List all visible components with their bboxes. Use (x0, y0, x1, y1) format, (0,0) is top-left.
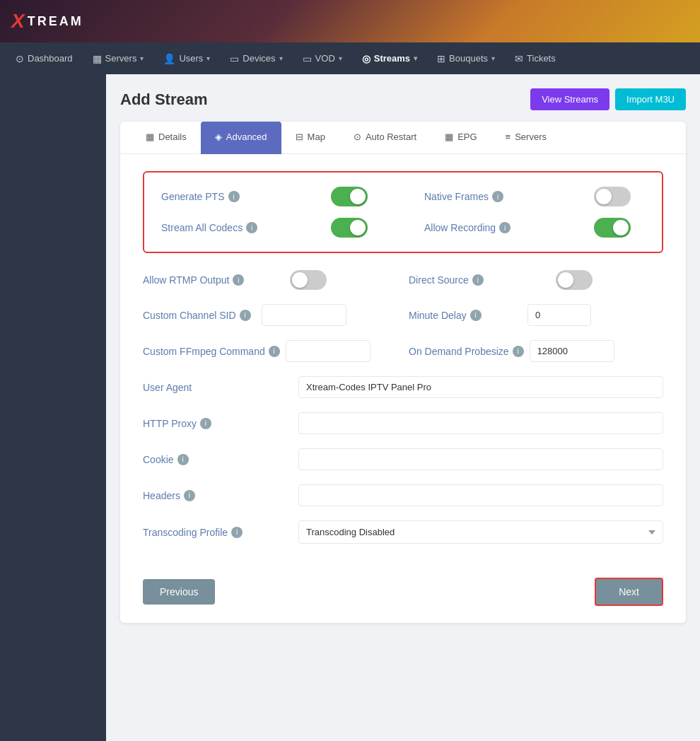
direct-source-label: Direct Source i (409, 274, 522, 286)
on-demand-probesize-label: On Demand Probesize i (409, 346, 524, 357)
toggle-row-pts-native: Generate PTS i Native Frames i (161, 187, 645, 206)
tab-epg[interactable]: ▦ EPG (431, 122, 491, 154)
native-frames-toggle[interactable] (594, 187, 631, 206)
navbar: ⊙ Dashboard ▦ Servers ▾ 👤 Users ▾ ▭ Devi… (0, 42, 700, 74)
auto-restart-tab-icon: ⊙ (354, 132, 361, 142)
headers-info-icon[interactable]: i (184, 490, 195, 501)
transcoding-profile-info-icon[interactable]: i (231, 527, 243, 538)
custom-ffmpeg-label: Custom FFmpeg Command i (143, 346, 280, 357)
stream-all-codecs-label: Stream All Codecs i (161, 222, 303, 233)
servers-icon: ▦ (93, 53, 102, 64)
stream-all-codecs-toggle[interactable] (331, 218, 368, 238)
minute-delay-input[interactable] (527, 304, 591, 326)
allow-recording-toggle[interactable] (594, 218, 631, 238)
stream-all-codecs-info-icon[interactable]: i (246, 222, 257, 233)
custom-ffmpeg-info-icon[interactable]: i (269, 346, 280, 357)
user-agent-row: User Agent (143, 376, 663, 398)
chevron-down-icon: ▾ (206, 54, 210, 62)
http-proxy-row: HTTP Proxy i (143, 412, 663, 434)
native-frames-info-icon[interactable]: i (492, 191, 503, 202)
import-m3u-button[interactable]: Import M3U (615, 88, 686, 110)
nav-devices[interactable]: ▭ Devices ▾ (221, 49, 291, 69)
user-agent-label: User Agent (143, 382, 298, 393)
streams-icon: ◎ (362, 53, 371, 64)
bouquets-icon: ⊞ (437, 53, 445, 64)
cookie-row: Cookie i (143, 448, 663, 470)
nav-tickets[interactable]: ✉ Tickets (506, 49, 564, 69)
nav-vod[interactable]: ▭ VOD ▾ (294, 49, 351, 69)
allow-rtmp-toggle[interactable] (290, 270, 327, 290)
view-streams-button[interactable]: View Streams (530, 88, 609, 110)
allow-rtmp-info-icon[interactable]: i (233, 274, 244, 286)
tab-auto-restart[interactable]: ⊙ Auto Restart (339, 122, 431, 154)
dashboard-icon: ⊙ (16, 53, 24, 64)
tab-advanced[interactable]: ◈ Advanced (201, 122, 281, 154)
top-banner: X TREAM (0, 0, 700, 42)
user-agent-input[interactable] (298, 376, 663, 398)
on-demand-probesize-input[interactable] (530, 340, 614, 362)
nav-servers[interactable]: ▦ Servers ▾ (84, 49, 153, 69)
page-header: Add Stream View Streams Import M3U (120, 88, 686, 110)
nav-bouquets[interactable]: ⊞ Bouquets ▾ (428, 49, 503, 69)
sid-delay-row: Custom Channel SID i Minute Delay i (143, 304, 663, 326)
allow-recording-info-icon[interactable]: i (499, 222, 511, 233)
tabs: ▦ Details ◈ Advanced ⊟ Map ⊙ Auto Restar… (120, 122, 686, 154)
custom-channel-sid-info-icon[interactable]: i (240, 310, 251, 321)
cookie-label: Cookie i (143, 454, 298, 465)
chevron-down-icon: ▾ (140, 54, 144, 62)
headers-row: Headers i (143, 484, 663, 506)
custom-ffmpeg-input[interactable] (286, 340, 371, 362)
cookie-input[interactable] (298, 448, 663, 470)
custom-channel-sid-label: Custom Channel SID i (143, 310, 256, 321)
sidebar (0, 74, 106, 741)
stream-all-codecs-group: Stream All Codecs i (161, 218, 382, 238)
headers-label: Headers i (143, 490, 298, 501)
tab-servers[interactable]: ≡ Servers (491, 122, 561, 154)
logo: X TREAM (11, 10, 83, 33)
next-button[interactable]: Next (595, 578, 663, 606)
transcoding-profile-row: Transcoding Profile i Transcoding Disabl… (143, 520, 663, 544)
form-footer: Previous Next (120, 566, 686, 606)
chevron-down-icon: ▾ (414, 54, 417, 62)
allow-rtmp-label: Allow RTMP Output i (143, 274, 256, 286)
vod-icon: ▭ (303, 53, 312, 64)
nav-streams[interactable]: ◎ Streams ▾ (354, 49, 426, 69)
allow-recording-group: Allow Recording i (382, 218, 645, 238)
logo-x: X (11, 10, 25, 33)
transcoding-profile-label: Transcoding Profile i (143, 527, 298, 538)
details-tab-icon: ▦ (146, 132, 154, 142)
http-proxy-input[interactable] (298, 412, 663, 434)
direct-source-info-icon[interactable]: i (472, 274, 484, 286)
page-title: Add Stream (120, 91, 207, 109)
logo-tream: TREAM (28, 14, 83, 29)
cookie-info-icon[interactable]: i (177, 454, 189, 465)
tab-details[interactable]: ▦ Details (132, 122, 201, 154)
map-tab-icon: ⊟ (296, 132, 303, 142)
generate-pts-info-icon[interactable]: i (228, 191, 240, 202)
on-demand-probesize-info-icon[interactable]: i (513, 346, 524, 357)
transcoding-profile-select[interactable]: Transcoding Disabled Option 1 (298, 520, 663, 544)
toggle-row-codecs-recording: Stream All Codecs i Allow Recording i (161, 218, 645, 238)
minute-delay-label: Minute Delay i (409, 310, 522, 321)
minute-delay-info-icon[interactable]: i (470, 310, 482, 321)
epg-tab-icon: ▦ (445, 132, 453, 142)
direct-source-toggle[interactable] (556, 270, 593, 290)
allow-recording-label: Allow Recording i (424, 222, 566, 233)
chevron-down-icon: ▾ (339, 54, 342, 62)
minute-delay-group: Minute Delay i (409, 304, 663, 326)
custom-channel-sid-input[interactable] (262, 304, 346, 326)
advanced-tab-icon: ◈ (215, 132, 222, 142)
allow-rtmp-group: Allow RTMP Output i (143, 270, 397, 290)
nav-dashboard[interactable]: ⊙ Dashboard (7, 49, 81, 69)
http-proxy-info-icon[interactable]: i (200, 418, 211, 429)
nav-users[interactable]: 👤 Users ▾ (155, 49, 218, 69)
generate-pts-toggle[interactable] (331, 187, 368, 206)
on-demand-probesize-group: On Demand Probesize i (409, 340, 663, 362)
native-frames-group: Native Frames i (382, 187, 645, 206)
headers-input[interactable] (298, 484, 663, 506)
devices-icon: ▭ (230, 53, 239, 64)
previous-button[interactable]: Previous (143, 579, 215, 605)
main-card: ▦ Details ◈ Advanced ⊟ Map ⊙ Auto Restar… (120, 122, 686, 623)
tab-map[interactable]: ⊟ Map (281, 122, 339, 154)
form-content: Generate PTS i Native Frames i (120, 154, 686, 566)
